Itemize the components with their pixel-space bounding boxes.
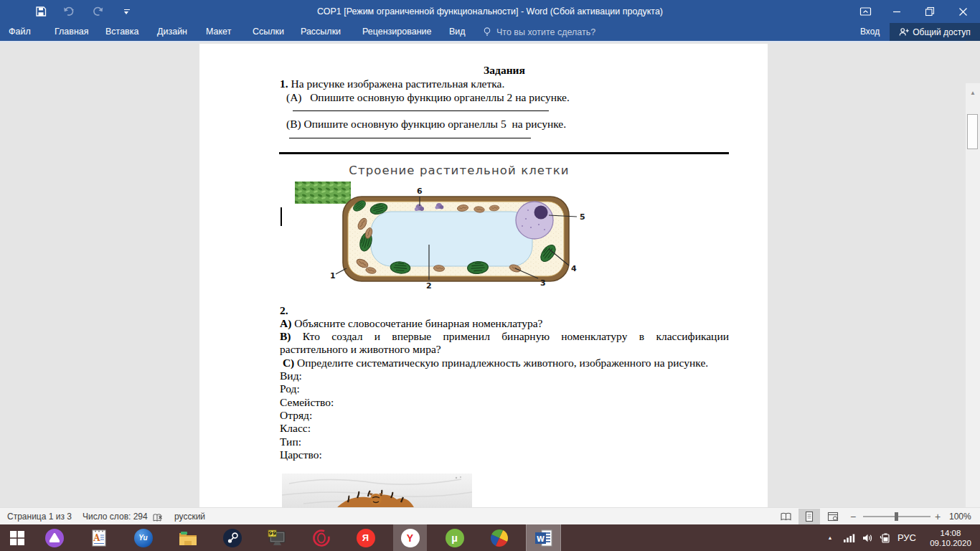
clock[interactable]: 14:08 09.10.2020 [924,524,977,551]
taskbar-item-fps-monitor[interactable]: 99 [260,524,293,551]
taskbar-item-file-explorer[interactable] [171,524,204,551]
yandex-browser-icon: Y [401,529,420,547]
svg-text:A: A [93,533,100,543]
task1a-line: (А) Опишите основную функцию органеллы 2… [286,90,570,104]
battery-icon[interactable] [877,524,894,551]
undo-button[interactable] [62,4,77,19]
redo-icon [93,6,104,17]
scroll-up-button[interactable]: ▲ [966,85,980,100]
figure-label-5: 5 [580,212,585,222]
taskbar-item-yandex-app[interactable]: Я [349,524,382,551]
tab-mailings[interactable]: Рассылки [301,23,341,41]
taxonomy-order: Отряд: [280,408,312,422]
word-icon: W [534,529,553,547]
document-canvas: Задания 1. На рисунке изображена растите… [0,41,966,507]
tiger-image[interactable] [282,474,472,509]
lightbulb-icon [482,27,492,37]
scroll-up-icon: ▲ [970,90,976,96]
tab-file[interactable]: Файл [9,23,31,41]
word-count-indicator[interactable]: Число слов: 294 [83,508,148,525]
save-button[interactable] [33,4,49,19]
tell-me-box[interactable]: Что вы хотите сделать? [482,23,595,41]
opera-gx-icon [312,529,331,547]
zoom-slider-thumb[interactable] [895,512,898,521]
chevron-up-icon: ▲ [828,535,833,540]
answer-blank-2 [289,138,531,138]
restore-icon [925,6,935,17]
vertical-scrollbar[interactable]: ▲ ▼ [966,83,980,550]
fps-monitor-icon: 99 [268,529,286,547]
zoom-in-button[interactable]: + [935,508,941,525]
ribbon-tab-bar: Файл Главная Вставка Дизайн Макет Ссылки… [0,23,980,41]
restore-button[interactable] [917,0,943,23]
tab-view[interactable]: Вид [449,23,466,41]
web-layout-button[interactable] [822,509,844,524]
file-explorer-icon [179,530,197,546]
volume-icon[interactable] [859,524,877,551]
taskbar-item-alice[interactable] [37,524,71,551]
close-icon [958,7,968,17]
network-status-icon[interactable] [841,524,858,551]
share-label: Общий доступ [913,27,971,37]
sign-in-button[interactable]: Вход [860,23,880,41]
language-indicator[interactable]: русский [174,508,205,525]
ribbon-display-options-icon [859,6,872,17]
task1-line: 1. На рисунке изображена растительная кл… [280,77,504,90]
plant-cell-figure[interactable]: Строение растительной клетки [278,161,630,291]
taskbar-item-yu-browser[interactable]: Yu [126,524,160,551]
tab-design[interactable]: Дизайн [157,23,187,41]
tray-expand-button[interactable]: ▲ [822,524,838,551]
status-bar: Страница 1 из 3 Число слов: 294 русский [0,507,980,524]
redo-button[interactable] [90,4,106,19]
tab-layout[interactable]: Макет [206,23,231,41]
print-layout-icon [804,511,814,522]
print-layout-button[interactable] [798,509,820,524]
title-bar: СОР1 [Режим ограниченной функциональност… [0,0,980,23]
figure-label-1: 1 [330,271,336,281]
person-plus-icon [899,27,909,37]
color-ball-icon [490,529,509,547]
read-mode-button[interactable] [775,509,796,524]
minimize-button[interactable] [884,0,910,23]
page-number-indicator[interactable]: Страница 1 из 3 [7,508,72,525]
taxonomy-class: Класс: [280,421,311,435]
zoom-slider[interactable] [863,516,930,517]
leaf-texture-thumbnail [295,182,351,204]
taskbar-item-opera-gx[interactable] [304,524,338,551]
close-button[interactable] [950,0,976,23]
keyboard-language-indicator[interactable]: РУС [894,524,920,551]
share-button[interactable]: Общий доступ [890,23,980,41]
document-page[interactable]: Задания 1. На рисунке изображена растите… [199,44,768,509]
taskbar-item-wordpad[interactable]: A [82,524,116,551]
taskbar-item-word[interactable]: W [527,524,560,551]
minimize-icon [892,7,901,16]
svg-text:99: 99 [268,530,275,537]
customize-qat-button[interactable] [119,4,135,19]
taxonomy-genus: Род: [280,382,300,395]
steam-icon [223,529,242,547]
start-button[interactable] [0,524,34,551]
taxonomy-family: Семейство: [280,395,334,409]
doc-heading: Задания [280,63,729,77]
tab-home[interactable]: Главная [55,23,89,41]
task2b-line2: растительного и животного мира? [280,342,441,356]
taskbar-item-yandex-browser[interactable]: Y [393,524,427,551]
read-mode-icon [780,512,792,522]
zoom-level[interactable]: 100% [949,508,971,525]
tab-review[interactable]: Рецензирование [362,23,432,41]
utorrent-icon: µ [446,529,464,547]
taskbar-item-steam[interactable] [215,524,249,551]
proofing-errors-button[interactable] [152,512,164,522]
wordpad-icon: A [91,529,107,547]
tab-insert[interactable]: Вставка [105,23,138,41]
yu-browser-icon: Yu [134,529,153,547]
taxonomy-species: Вид: [280,369,302,382]
taxonomy-phylum: Тип: [280,435,301,448]
zoom-out-button[interactable]: − [850,508,856,525]
taskbar-item-utorrent[interactable]: µ [438,524,471,551]
taskbar-item-color-browser[interactable] [482,524,516,551]
scrollbar-thumb[interactable] [967,114,978,149]
tab-references[interactable]: Ссылки [253,23,284,41]
ribbon-display-options-button[interactable] [852,0,878,23]
figure-label-3: 3 [540,278,546,288]
